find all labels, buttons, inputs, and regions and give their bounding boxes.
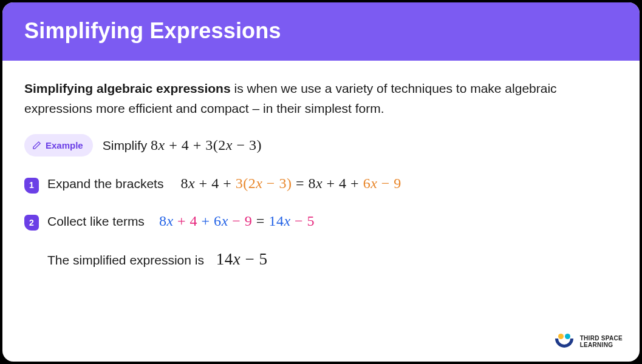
page-title: Simplifying Expressions xyxy=(24,18,618,44)
pencil-icon xyxy=(32,141,41,150)
example-row: Example Simplify 8x + 4 + 3(2x − 3) xyxy=(24,134,618,157)
result-row: The simplified expression is 14x − 5 xyxy=(47,247,618,272)
example-label: Simplify xyxy=(103,138,151,152)
example-prompt: Simplify 8x + 4 + 3(2x − 3) xyxy=(103,134,262,157)
content-area: Simplifying algebraic expressions is whe… xyxy=(2,61,640,272)
step-1-math: 8x + 4 + 3(2x − 3) = 8x + 4 + 6x − 9 xyxy=(180,172,401,195)
step-2-label: Collect like terms xyxy=(47,212,145,232)
example-badge: Example xyxy=(24,134,93,157)
brand-logo: THIRD SPACELEARNING xyxy=(555,334,623,349)
header-bar: Simplifying Expressions xyxy=(2,2,640,61)
step-2-row: 2 Collect like terms 8x + 4 + 6x − 9 = 1… xyxy=(24,210,618,232)
step-2-badge: 2 xyxy=(24,215,39,231)
result-math: 14x − 5 xyxy=(216,250,268,268)
intro-text: Simplifying algebraic expressions is whe… xyxy=(24,79,618,118)
step-1-row: 1 Expand the brackets 8x + 4 + 3(2x − 3)… xyxy=(24,172,618,195)
example-badge-label: Example xyxy=(46,138,83,152)
logo-icon xyxy=(555,334,574,349)
step-2-math: 8x + 4 + 6x − 9 = 14x − 5 xyxy=(159,210,315,232)
example-math: 8x + 4 + 3(2x − 3) xyxy=(151,137,262,153)
intro-bold: Simplifying algebraic expressions xyxy=(24,81,231,95)
step-1-label: Expand the brackets xyxy=(47,174,163,194)
lesson-card: Simplifying Expressions Simplifying alge… xyxy=(2,2,640,362)
step-1-badge: 1 xyxy=(24,178,39,194)
result-label: The simplified expression is xyxy=(47,253,204,267)
logo-text: THIRD SPACELEARNING xyxy=(580,335,623,349)
